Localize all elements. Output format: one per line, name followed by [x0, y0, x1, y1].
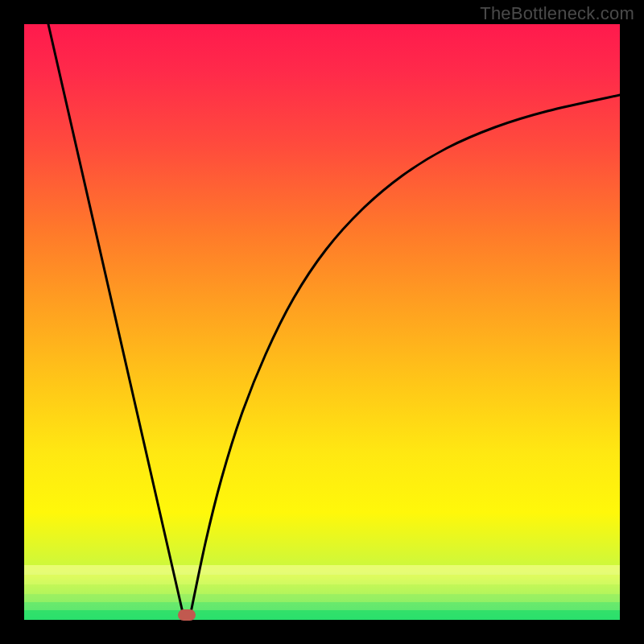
chart-frame: TheBottleneck.com	[0, 0, 644, 644]
curve-left-branch	[48, 24, 183, 613]
curve-right-branch	[191, 95, 620, 613]
minimum-marker-icon	[178, 609, 196, 621]
watermark-text: TheBottleneck.com	[480, 3, 634, 24]
curve-layer	[24, 24, 620, 620]
plot-area	[24, 24, 620, 620]
